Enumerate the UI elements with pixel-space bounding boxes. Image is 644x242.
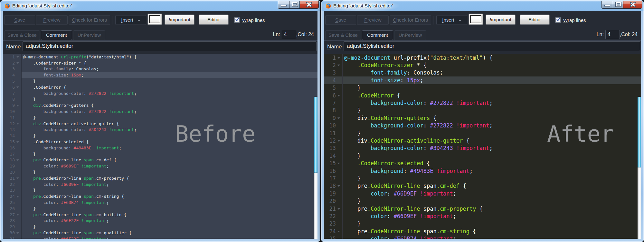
unperview-button[interactable]: UnPerview (394, 30, 426, 40)
preview-button[interactable]: Preview (357, 15, 389, 25)
fold-marker-icon[interactable] (15, 230, 21, 236)
important-button[interactable]: !important (486, 15, 515, 25)
fold-marker-icon[interactable] (336, 114, 342, 122)
code-line[interactable]: 4 font-size: 15px; (3, 72, 317, 78)
code-line[interactable]: 29 } (3, 224, 317, 230)
fold-marker-icon[interactable] (15, 212, 21, 218)
color-swatch-button[interactable] (469, 14, 483, 25)
code-line[interactable]: 21 pre.CodeMirror-line span.cm-property … (3, 175, 317, 181)
code-line[interactable]: 12 div.CodeMirror-activeline-gutter { (3, 121, 317, 127)
fold-marker-icon[interactable] (15, 84, 21, 90)
scrollbar-thumb[interactable] (314, 97, 317, 173)
code-line[interactable]: 10 background-color: #272822 !important; (3, 108, 317, 115)
fold-marker-icon[interactable] (15, 54, 21, 60)
code-line[interactable]: 16 background: #49483E !important; (324, 167, 641, 175)
code-line[interactable]: 8 } (3, 96, 317, 103)
titlebar[interactable]: Editing 'adjust.Stylish.editor' (322, 1, 643, 11)
code-line[interactable]: 18 pre.CodeMirror-line span.cm-def { (3, 157, 317, 163)
scrollbar[interactable] (314, 97, 317, 239)
code-line[interactable]: 31 color: #A6E22E !important; (3, 236, 317, 239)
wrap-lines-label[interactable]: Wrap lines (242, 17, 265, 23)
code-line[interactable]: 19 color: #66D9EF !important; (324, 190, 641, 197)
save-button[interactable]: Save (325, 15, 356, 25)
code-line[interactable]: 16 background: #49483E !important; (3, 145, 317, 151)
code-line[interactable]: 15 .CodeMirror-selected { (3, 139, 317, 145)
fold-marker-icon[interactable] (15, 60, 21, 66)
code-line[interactable]: 23 } (324, 220, 641, 227)
code-line[interactable]: 17 } (3, 151, 317, 157)
comment-button[interactable]: Comment (41, 30, 72, 40)
code-line[interactable]: 5 } (324, 84, 641, 92)
code-line[interactable]: 25 color: #E6DB74 !important; (3, 199, 317, 206)
code-line[interactable]: 27 pre.CodeMirror-line span.cm-builtin { (3, 212, 317, 218)
wrap-lines-checkbox[interactable] (555, 17, 561, 23)
scrollbar[interactable] (638, 97, 641, 239)
fold-marker-icon[interactable] (15, 121, 21, 127)
fold-marker-icon[interactable] (15, 139, 21, 145)
code-line[interactable]: 3 font-family: Consolas; (324, 69, 641, 76)
code-line[interactable]: 24 pre.CodeMirror-line span.cm-string { (3, 193, 317, 199)
comment-button[interactable]: Comment (362, 30, 393, 40)
minimize-button[interactable] (601, 1, 613, 9)
check-for-errors-button[interactable]: Check for Errors (390, 15, 431, 25)
code-line[interactable]: 14 } (324, 152, 641, 159)
code-line[interactable]: 4 font-size: 15px; (324, 76, 641, 84)
wrap-lines-checkbox[interactable] (234, 17, 240, 23)
wrap-lines-label[interactable]: Wrap lines (563, 17, 586, 23)
code-line[interactable]: 2 .CodeMirror-sizer * { (324, 61, 641, 69)
code-line[interactable]: 6 .CodeMirror { (324, 92, 641, 99)
color-swatch-button[interactable] (148, 14, 162, 25)
maximize-button[interactable] (613, 1, 623, 9)
save-and-close-button[interactable]: Save & Close (4, 30, 40, 40)
code-line[interactable]: 8 } (324, 107, 641, 114)
fold-marker-icon[interactable] (15, 157, 21, 163)
code-line[interactable]: 17 } (324, 175, 641, 182)
code-line[interactable]: 1@-moz-document url-prefix("data:text/ht… (324, 54, 641, 61)
code-editor-before[interactable]: 1@-moz-document url-prefix("data:text/ht… (3, 54, 317, 239)
fold-marker-icon[interactable] (15, 175, 21, 181)
line-number-input[interactable]: 4 (282, 30, 296, 39)
code-line[interactable]: 13 background-color: #3D4243 !important; (3, 127, 317, 133)
name-input[interactable]: adjust.Stylish.editor (23, 41, 317, 51)
code-line[interactable]: 3 font-family: Consolas; (3, 66, 317, 72)
fold-marker-icon[interactable] (15, 102, 21, 108)
name-input[interactable]: adjust.Stylish.editor (344, 41, 640, 51)
fold-marker-icon[interactable] (336, 92, 342, 99)
code-line[interactable]: 9 div.CodeMirror-gutters { (324, 114, 641, 122)
code-line[interactable]: 24 pre.CodeMirror-line span.cm-string { (324, 227, 641, 235)
code-line[interactable]: 2 .CodeMirror-sizer * { (3, 60, 317, 66)
code-line[interactable]: 11 } (3, 115, 317, 121)
code-line[interactable]: 22 color: #66D9EF !important; (324, 212, 641, 220)
scrollbar-thumb[interactable] (638, 97, 641, 167)
preview-button[interactable]: Preview (36, 15, 68, 25)
code-line[interactable]: 21 pre.CodeMirror-line span.cm-property … (324, 205, 641, 212)
code-line[interactable]: 23 } (3, 187, 317, 194)
code-line[interactable]: 7 background-color: #272822 !important; (3, 90, 317, 96)
fold-marker-icon[interactable] (15, 193, 21, 199)
code-line[interactable]: 19 color: #66D9EF !important; (3, 163, 317, 169)
code-line[interactable]: 18 pre.CodeMirror-line span.cm-def { (324, 182, 641, 190)
line-number-input[interactable]: 4 (605, 30, 620, 39)
insert-dropdown[interactable]: Insert (436, 15, 467, 25)
fold-marker-icon[interactable] (336, 182, 342, 190)
maximize-button[interactable] (289, 1, 300, 9)
code-line[interactable]: 7 background-color: #272822 !important; (324, 99, 641, 106)
save-and-close-button[interactable]: Save & Close (325, 30, 361, 40)
unperview-button[interactable]: UnPerview (73, 30, 105, 40)
code-line[interactable]: 22 color: #66D9EF !important; (3, 181, 317, 187)
fold-marker-icon[interactable] (336, 137, 342, 144)
code-line[interactable]: 20 } (3, 169, 317, 175)
code-line[interactable]: 14 } (3, 133, 317, 139)
code-line[interactable]: 15 .CodeMirror-selected { (324, 159, 641, 167)
insert-dropdown[interactable]: Insert (115, 15, 146, 25)
fold-marker-icon[interactable] (336, 159, 342, 167)
fold-marker-icon[interactable] (336, 54, 342, 61)
code-line[interactable]: 9 div.CodeMirror-gutters { (3, 102, 317, 108)
check-for-errors-button[interactable]: Check for Errors (69, 15, 110, 25)
editor-button[interactable]: Editor (199, 15, 228, 25)
titlebar[interactable]: Editing 'adjust.Stylish.editor' (1, 1, 320, 11)
editor-button[interactable]: Editor (520, 15, 549, 25)
code-line[interactable]: 30 pre.CodeMirror-line span.cm-qualifier… (3, 230, 317, 236)
code-line[interactable]: 1@-moz-document url-prefix("data:text/ht… (3, 54, 317, 60)
close-button[interactable] (300, 1, 319, 9)
